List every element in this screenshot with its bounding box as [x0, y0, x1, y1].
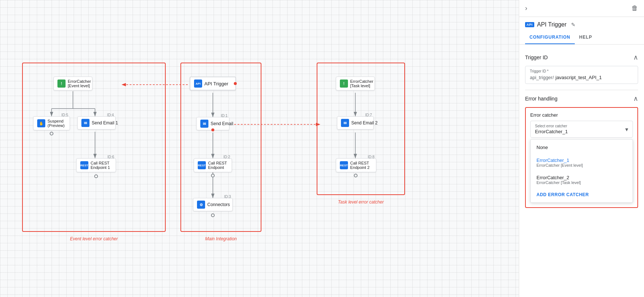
call-rest-1-label: Call REST Endpoint 1: [91, 161, 110, 170]
trigger-id-section-header: Trigger ID ∧: [525, 53, 638, 61]
node-errorcatcher-event[interactable]: ! ErrorCatcher [Event level]: [53, 77, 92, 91]
tab-help[interactable]: HELP: [575, 31, 597, 44]
right-panel: › 🗑 API API Trigger ✎ CONFIGURATION HELP…: [519, 0, 644, 297]
trigger-id-field-label: Trigger ID *: [530, 69, 633, 73]
add-error-catcher-button[interactable]: ADD ERROR CATCHER: [531, 188, 633, 201]
send-email-2-icon: ✉: [341, 119, 349, 127]
api-badge: API: [525, 22, 534, 27]
panel-header-left: ›: [525, 4, 527, 12]
call-rest-2-id: ID:8: [368, 155, 374, 159]
select-label: Select error catcher: [535, 124, 568, 128]
panel-title-row: API API Trigger ✎: [519, 17, 644, 28]
suspend-label: Suspend (Preview): [47, 119, 64, 128]
errorcatcher-event-label: ErrorCatcher [Event level]: [68, 79, 91, 88]
node-api-trigger[interactable]: API API Trigger: [190, 77, 236, 91]
errorcatcher-1-label: ErrorCatcher_1: [536, 158, 569, 163]
node-send-email[interactable]: ✉ Send Email ID:1: [196, 117, 229, 130]
send-email-1-label: Send Email 1: [92, 120, 118, 125]
trigger-id-value-row: api_trigger/ javascript_test_API_1: [530, 74, 633, 81]
call-rest-icon: REST: [198, 161, 206, 169]
dropdown-arrow-icon: ▾: [625, 126, 628, 133]
call-rest-label: Call REST Endpoint: [208, 161, 227, 170]
trigger-id-toggle[interactable]: ∧: [633, 53, 638, 61]
errorcatcher-task-label: ErrorCatcher [Task level]: [350, 79, 373, 88]
call-rest-connector: [211, 174, 215, 177]
select-value: ErrorCatcher_1: [535, 129, 568, 134]
dropdown-item-none[interactable]: None: [531, 141, 633, 154]
panel-content: Trigger ID ∧ Trigger ID * api_trigger/ j…: [519, 45, 644, 297]
collapse-icon[interactable]: ›: [525, 4, 527, 12]
canvas: Event level error catcher Main Integrati…: [0, 0, 519, 297]
send-email-2-label: Send Email 2: [351, 120, 377, 125]
panel-tabs: CONFIGURATION HELP: [519, 31, 644, 45]
connectors-label: Connectors: [207, 202, 230, 207]
errorcatcher-2-label: ErrorCatcher_2: [536, 175, 569, 180]
node-connectors[interactable]: ⚙ Connectors ID:3: [193, 198, 233, 211]
suspend-id: ID:5: [61, 113, 68, 117]
node-call-rest-1[interactable]: REST Call REST Endpoint 1 ID:6: [76, 158, 116, 172]
errorcatcher-task-icon: !: [340, 79, 348, 88]
connectors-connector: [211, 213, 215, 217]
suspend-icon: ✋: [37, 119, 45, 127]
errorcatcher-1-sublabel: ErrorCatcher [Event level]: [536, 163, 627, 167]
node-suspend[interactable]: ✋ Suspend (Preview) ID:5: [33, 116, 70, 130]
api-trigger-dot: [234, 82, 237, 85]
edit-title-button[interactable]: ✎: [571, 22, 576, 28]
call-rest-2-label: Call REST Endpoint 2: [350, 161, 370, 170]
panel-header: › 🗑: [519, 0, 644, 17]
node-errorcatcher-task[interactable]: ! ErrorCatcher [Task level]: [336, 77, 375, 91]
send-email-2-id: ID:7: [365, 113, 372, 117]
trigger-id-value: javascript_test_API_1: [556, 75, 602, 80]
error-catcher-title: Error catcher: [530, 112, 633, 118]
select-error-catcher[interactable]: Select error catcher ErrorCatcher_1 ▾: [530, 121, 633, 138]
node-call-rest-2[interactable]: REST Call REST Endpoint 2 ID:8: [336, 158, 376, 172]
section-divider: [525, 90, 638, 90]
call-rest-2-connector: [354, 174, 358, 177]
errorcatcher-event-icon: !: [57, 79, 66, 88]
send-email-label: Send Email: [211, 121, 233, 126]
error-catcher-box: Error catcher Select error catcher Error…: [525, 107, 638, 208]
errorcatcher-2-sublabel: ErrorCatcher [Task level]: [536, 180, 627, 185]
call-rest-2-icon: REST: [340, 161, 348, 169]
suspend-connector: [50, 132, 53, 135]
connectors-id: ID:3: [224, 195, 231, 199]
call-rest-1-connector: [94, 174, 98, 178]
connectors-icon: ⚙: [197, 201, 205, 209]
dropdown-item-errorcatcher-1[interactable]: ErrorCatcher_1 ErrorCatcher [Event level…: [531, 154, 633, 171]
call-rest-1-id: ID:6: [108, 155, 114, 159]
main-integration-label: Main Integration: [205, 236, 237, 241]
event-level-box: Event level error catcher: [22, 63, 166, 232]
send-email-icon: ✉: [200, 120, 208, 128]
delete-button[interactable]: 🗑: [631, 4, 638, 12]
send-email-dot: [211, 128, 214, 131]
task-level-label: Task level error catcher: [338, 199, 384, 205]
node-send-email-2[interactable]: ✉ Send Email 2 ID:7: [337, 116, 374, 130]
node-send-email-1[interactable]: ✉ Send Email 1 ID:4: [77, 116, 116, 130]
panel-title: API Trigger: [537, 21, 567, 28]
tab-configuration[interactable]: CONFIGURATION: [525, 31, 575, 44]
error-handling-title: Error handling: [525, 96, 557, 102]
event-level-label: Event level error catcher: [70, 236, 118, 241]
error-handling-toggle[interactable]: ∧: [633, 95, 638, 103]
trigger-id-title: Trigger ID: [525, 54, 548, 60]
call-rest-id: ID:2: [224, 155, 230, 159]
node-call-rest[interactable]: REST Call REST Endpoint ID:2: [194, 158, 232, 172]
send-email-1-icon: ✉: [81, 119, 89, 127]
send-email-1-id: ID:4: [107, 113, 114, 117]
error-handling-section-header: Error handling ∧: [525, 95, 638, 103]
select-container-inner: Select error catcher ErrorCatcher_1: [535, 124, 568, 134]
dropdown-menu: None ErrorCatcher_1 ErrorCatcher [Event …: [530, 139, 633, 203]
api-trigger-label: API Trigger: [204, 81, 228, 86]
dropdown-item-errorcatcher-2[interactable]: ErrorCatcher_2 ErrorCatcher [Task level]: [531, 171, 633, 188]
trigger-id-field[interactable]: Trigger ID * api_trigger/ javascript_tes…: [525, 66, 638, 84]
trigger-id-prefix: api_trigger/: [530, 75, 554, 80]
api-trigger-icon: API: [194, 79, 202, 88]
send-email-id: ID:1: [221, 114, 228, 118]
call-rest-1-icon: REST: [80, 161, 88, 169]
